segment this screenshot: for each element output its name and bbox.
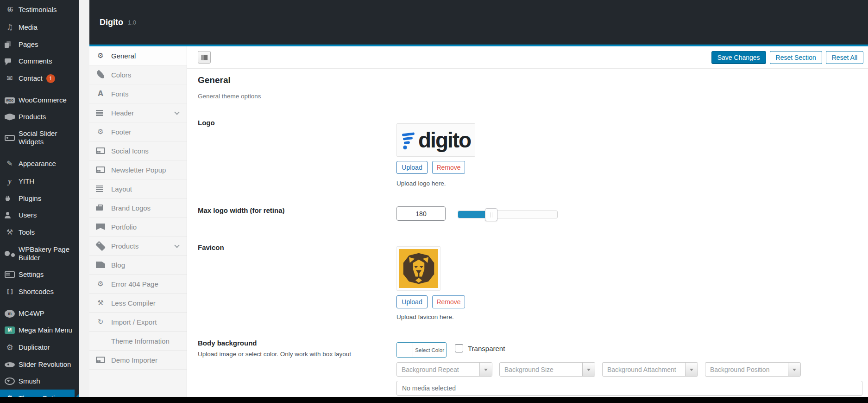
viewport-bottom-bar: [0, 397, 868, 403]
sidebar-item-woocommerce[interactable]: WOOWooCommerce: [0, 92, 79, 109]
body-background-hint: Upload image or select color. Only work …: [198, 351, 351, 358]
sidebar-item-social-slider-widgets[interactable]: Social Slider Widgets: [0, 125, 79, 150]
favicon-remove-button[interactable]: Remove: [432, 295, 465, 308]
grid-icon: [96, 357, 105, 363]
brackets-icon: [ ]: [5, 287, 15, 296]
options-nav: ⚙GeneralColorsAFontsHeader⚙FooterSocial …: [89, 46, 187, 397]
options-nav-item-label: Portfolio: [111, 223, 137, 231]
options-nav-item-brand-logos[interactable]: Brand Logos: [89, 198, 187, 217]
favicon-field-label: Favicon: [198, 243, 224, 251]
logo-upload-button[interactable]: Upload: [396, 161, 428, 174]
sidebar-item-label: Tools: [19, 228, 35, 237]
admin-content-gap: [79, 0, 89, 397]
sidebar-item-settings[interactable]: Settings: [0, 266, 79, 283]
logo-remove-button[interactable]: Remove: [432, 161, 465, 174]
sidebar-item-mega-main-menu[interactable]: MMega Main Menu: [0, 322, 79, 339]
sidebar-item-testimonials[interactable]: 66Testimonials: [0, 1, 79, 19]
logo-width-slider[interactable]: [458, 211, 558, 218]
header-lines-icon: [96, 110, 105, 116]
section-title: General: [198, 75, 231, 85]
quote-icon: 66: [5, 5, 15, 14]
sidebar-item-shortcodes[interactable]: [ ]Shortcodes: [0, 283, 79, 301]
transparent-label: Transparent: [468, 345, 505, 352]
sidebar-item-wpbakery-page-builder[interactable]: WPBakery Page Builder: [0, 241, 79, 266]
tag-icon: [95, 241, 106, 251]
slider-widget-icon: [5, 135, 15, 141]
sidebar-item-media[interactable]: ♫Media: [0, 19, 79, 36]
options-nav-item-layout[interactable]: Layout: [89, 179, 187, 198]
select-background-size[interactable]: Background Size: [499, 362, 595, 377]
select-background-attachment[interactable]: Background Attachment: [602, 362, 698, 377]
sidebar-item-label: Slider Revolution: [19, 360, 71, 369]
sidebar-item-plugins[interactable]: Plugins: [0, 190, 79, 207]
options-nav-item-error-404-page[interactable]: ⚙Error 404 Page: [89, 275, 187, 294]
options-nav-item-fonts[interactable]: AFonts: [89, 84, 187, 103]
sidebar-item-contact[interactable]: ✉Contact1: [0, 70, 79, 87]
options-nav-item-label: Error 404 Page: [111, 280, 158, 288]
collapse-nav-button[interactable]: [198, 51, 211, 64]
sidebar-item-users[interactable]: Users: [0, 207, 79, 224]
sidebar-item-slider-revolution[interactable]: Slider Revolution: [0, 356, 79, 373]
chevron-down-icon[interactable]: [479, 363, 492, 376]
options-nav-item-theme-information[interactable]: Theme Information: [89, 332, 187, 351]
options-nav-item-blog[interactable]: Blog: [89, 256, 187, 275]
select-background-repeat[interactable]: Background Repeat: [396, 362, 492, 377]
yith-icon: y: [5, 177, 15, 186]
wordpress-admin-app: 66Testimonials♫MediaPagesComments✉Contac…: [0, 0, 868, 403]
sidebar-item-comments[interactable]: Comments: [0, 53, 79, 70]
favicon-upload-button[interactable]: Upload: [396, 295, 428, 308]
favicon-field-hint: Upload favicon here.: [396, 313, 454, 320]
admin-sidebar: 66Testimonials♫MediaPagesComments✉Contac…: [0, 0, 79, 397]
options-nav-item-portfolio[interactable]: Portfolio: [89, 217, 187, 237]
media-icon: ♫: [5, 23, 15, 32]
options-nav-item-footer[interactable]: ⚙Footer: [89, 122, 187, 141]
sidebar-item-mc4wp[interactable]: mMC4WP: [0, 305, 79, 322]
options-nav-item-label: Blog: [111, 261, 125, 269]
sidebar-item-smush[interactable]: Smush: [0, 373, 79, 390]
reset-section-button[interactable]: Reset Section: [770, 51, 822, 64]
options-nav-item-colors[interactable]: Colors: [89, 65, 187, 84]
options-nav-item-demo-importer[interactable]: Demo Importer: [89, 351, 187, 370]
background-media-field[interactable]: No media selected: [396, 381, 862, 396]
favicon-lion-image: [399, 249, 438, 288]
unread-count-badge: 1: [46, 74, 55, 83]
logo-width-slider-handle[interactable]: [485, 208, 497, 221]
chevron-down-icon[interactable]: [582, 363, 595, 376]
reset-all-button[interactable]: Reset All: [826, 51, 863, 64]
save-changes-button[interactable]: Save Changes: [711, 51, 766, 64]
max-logo-width-input[interactable]: [396, 206, 446, 221]
logo-wordmark: digito: [418, 129, 471, 151]
sidebar-item-label: WooCommerce: [19, 96, 67, 104]
options-nav-item-products[interactable]: Products: [89, 237, 187, 256]
options-nav-item-newsletter-popup[interactable]: Newsletter Popup: [89, 160, 187, 179]
select-value-label: Background Position: [705, 366, 788, 373]
select-color-button[interactable]: Select Color: [396, 342, 447, 358]
chevron-down-icon[interactable]: [685, 363, 698, 376]
options-nav-item-general[interactable]: ⚙General: [89, 46, 187, 65]
wrench-icon: ⚒: [96, 299, 105, 307]
sidebar-item-tools[interactable]: ⚒Tools: [0, 224, 79, 241]
max-logo-width-label: Max logo width (for retina): [198, 206, 285, 214]
plug-icon: [5, 196, 15, 202]
sidebar-item-products[interactable]: Products: [0, 109, 79, 125]
options-nav-item-social-icons[interactable]: Social Icons: [89, 141, 187, 160]
transparent-checkbox[interactable]: [455, 344, 463, 352]
options-nav-item-header[interactable]: Header: [89, 103, 187, 122]
sidebar-item-duplicator[interactable]: ⚙Duplicator: [0, 339, 79, 356]
chevron-down-icon[interactable]: [788, 363, 800, 376]
drop-icon: [95, 70, 105, 79]
select-value-label: Background Attachment: [603, 366, 685, 373]
sidebar-item-pages[interactable]: Pages: [0, 36, 79, 53]
sidebar-item-label: MC4WP: [19, 309, 44, 318]
sidebar-item-label: Pages: [19, 40, 38, 49]
options-nav-item-less-compiler[interactable]: ⚒Less Compiler: [89, 294, 187, 313]
sidebar-item-label: Appearance: [19, 160, 56, 168]
grid-icon: [96, 147, 105, 154]
select-background-position[interactable]: Background Position: [705, 362, 801, 377]
sidebar-item-yith[interactable]: yYITH: [0, 173, 79, 190]
options-nav-item-import-export[interactable]: ↻Import / Export: [89, 313, 187, 332]
refresh-icon: ↻: [96, 318, 105, 326]
background-dropdown-row: Background RepeatBackground SizeBackgrou…: [396, 362, 801, 377]
sidebar-item-appearance[interactable]: ✎Appearance: [0, 155, 79, 173]
options-nav-item-label: Social Icons: [111, 147, 149, 155]
